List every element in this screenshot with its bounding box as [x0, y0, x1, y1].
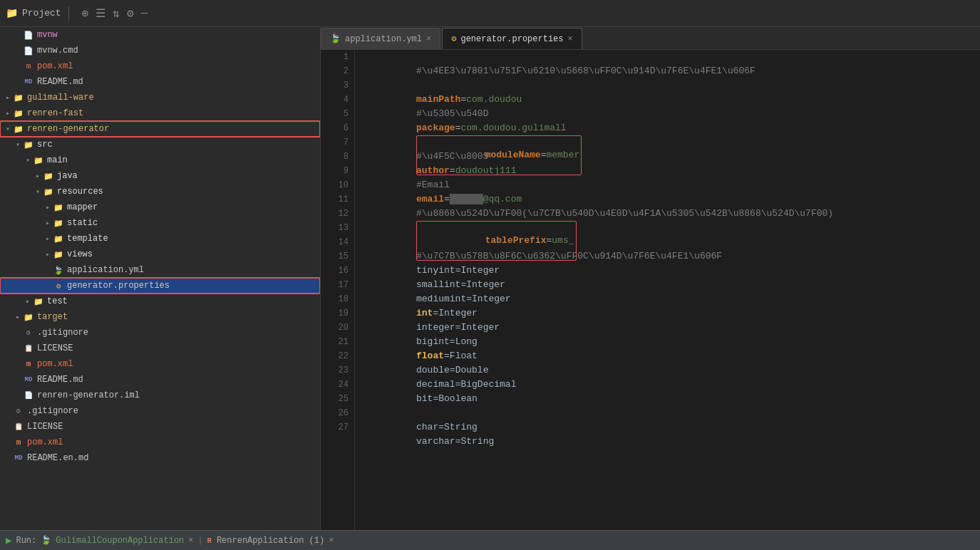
sidebar-item-renren-generator-iml[interactable]: 📄 renren-generator.iml	[0, 388, 320, 403]
file-icon-pom-rg: m	[23, 358, 34, 370]
sidebar-item-readme-root[interactable]: MD README.md	[0, 74, 320, 90]
sidebar-item-gitignore-root[interactable]: ⚙ .gitignore	[0, 403, 320, 419]
val-decimal: BigDecimal	[460, 379, 516, 390]
key-tinyint: tinyint	[416, 265, 455, 276]
sidebar-item-pom-root[interactable]: m pom.xml	[0, 58, 320, 74]
sidebar-item-renren-generator[interactable]: 📁 renren-generator	[0, 121, 320, 137]
run-close-1[interactable]: ×	[188, 536, 193, 546]
sidebar-item-views[interactable]: 📁 views	[0, 247, 320, 262]
key-char: char	[416, 422, 438, 432]
ln-14: 14	[324, 235, 349, 249]
val-email2: @qq.com	[483, 194, 522, 204]
comment-11: #\u8868\u524D\u7F00(\u7C7B\u540D\u4E0D\u…	[416, 208, 833, 219]
sidebar-item-static[interactable]: 📁 static	[0, 215, 320, 231]
sidebar-item-application-yml[interactable]: 🍃 application.yml	[0, 262, 320, 278]
run-app-2-label[interactable]: RenrenApplication (1)	[217, 536, 324, 546]
arrow-readme-en	[3, 453, 13, 463]
close-icon[interactable]: —	[141, 7, 148, 20]
sidebar-item-renren-fast[interactable]: 📁 renren-fast	[0, 105, 320, 121]
ln-24: 24	[324, 378, 349, 392]
ln-21: 21	[324, 335, 349, 349]
top-bar: 📁 Project ⊕ ☰ ⇅ ⚙ —	[0, 0, 980, 27]
key-email: email	[416, 194, 444, 204]
project-tree: 📄 mvnw 📄 mvnw.cmd m pom.xml MD README.md…	[0, 27, 321, 530]
run-icon: ▶	[6, 534, 11, 546]
tab-icon-generator-properties: ⚙	[451, 33, 456, 44]
sidebar-item-generator-properties[interactable]: ⚙ generator.properties	[0, 278, 320, 294]
sidebar-item-pom-rg[interactable]: m pom.xml	[0, 356, 320, 372]
sidebar-item-license-rg[interactable]: 📋 LICENSE	[0, 341, 320, 356]
label-pom-root: pom.xml	[37, 61, 73, 71]
sidebar-item-pom-top[interactable]: m pom.xml	[0, 435, 320, 450]
label-pom-top: pom.xml	[27, 437, 63, 447]
folder-icon-java: 📁	[43, 170, 54, 182]
label-readme-en: README.en.md	[27, 453, 88, 463]
collapse-icon[interactable]: ☰	[96, 6, 105, 21]
sidebar-item-src[interactable]: 📁 src	[0, 137, 320, 152]
sidebar-item-template[interactable]: 📁 template	[0, 231, 320, 247]
eq-10: =	[444, 194, 450, 204]
label-renren-generator: renren-generator	[27, 124, 109, 134]
folder-icon-renren-fast: 📁	[13, 108, 24, 119]
tab-application-yml[interactable]: 🍃 application.yml ×	[321, 28, 440, 49]
arrow-pom-rg	[13, 359, 23, 369]
tab-icon-application-yml: 🍃	[330, 33, 341, 44]
sidebar-item-target[interactable]: 📁 target	[0, 309, 320, 325]
run-app-icon-1: 🍃	[41, 535, 51, 546]
sidebar-item-resources[interactable]: 📁 resources	[0, 184, 320, 199]
folder-icon-resources: 📁	[43, 186, 54, 197]
sidebar-item-readme-rg[interactable]: MD README.md	[0, 372, 320, 388]
code-editor[interactable]: 1 2 3 4 5 6 7 8 9 10 11 12 13 14 15 16 1…	[321, 50, 980, 530]
ln-27: 27	[324, 420, 349, 435]
file-icon-license-rg: 📋	[23, 343, 34, 354]
key-decimal: decimal	[416, 379, 455, 390]
sidebar-item-mvnw-cmd[interactable]: 📄 mvnw.cmd	[0, 43, 320, 58]
val-package: com.doudou.gulimall	[460, 123, 566, 133]
comment-14: #\u7C7B\u578B\u8F6C\u6362\uFF0C\u914D\u7…	[416, 251, 722, 261]
arrow-readme-root	[13, 77, 23, 87]
run-divider: |	[197, 536, 202, 546]
arrow-gulimall-ware	[3, 93, 13, 103]
val-tinyint: Integer	[460, 265, 500, 276]
sidebar-item-gitignore-rg[interactable]: ⚙ .gitignore	[0, 325, 320, 341]
sidebar-item-mapper[interactable]: 📁 mapper	[0, 199, 320, 215]
sidebar-item-gulimall-ware[interactable]: 📁 gulimall-ware	[0, 90, 320, 105]
label-mvnw-cmd: mvnw.cmd	[37, 46, 78, 56]
run-app-1[interactable]: GulimallCouponApplication	[56, 536, 184, 546]
tab-label-application-yml: application.yml	[345, 34, 422, 44]
arrow-test	[23, 296, 33, 306]
key-mainpath: mainPath	[416, 94, 460, 105]
key-int: int	[416, 308, 433, 318]
scope-icon[interactable]: ⊕	[82, 6, 89, 21]
run-app-2: R RenrenApplication (1)	[207, 536, 324, 546]
tab-close-generator-properties[interactable]: ×	[568, 34, 573, 44]
tab-close-application-yml[interactable]: ×	[426, 34, 431, 44]
label-pom-rg: pom.xml	[37, 359, 73, 369]
comment-7: #\u4F5C\u8005	[416, 151, 488, 162]
sort-icon[interactable]: ⇅	[113, 6, 120, 21]
run-close-2[interactable]: ×	[329, 536, 334, 546]
ln-1: 1	[324, 50, 349, 64]
label-views: views	[67, 249, 93, 259]
label-java: java	[57, 171, 78, 181]
label-readme-root: README.md	[37, 77, 83, 87]
folder-icon-target: 📁	[23, 311, 34, 323]
folder-icon-static: 📁	[53, 217, 64, 229]
label-template: template	[67, 234, 108, 244]
key-package: package	[416, 123, 455, 133]
sidebar-item-readme-en[interactable]: MD README.en.md	[0, 450, 320, 466]
sidebar-item-main[interactable]: 📁 main	[0, 152, 320, 168]
sidebar-item-license-root[interactable]: 📋 LICENSE	[0, 419, 320, 435]
sidebar-item-test[interactable]: 📁 test	[0, 294, 320, 309]
code-content[interactable]: #\u4EE3\u7801\u751F\u6210\u5668\uFF0C\u9…	[355, 50, 980, 530]
file-icon-application-yml: 🍃	[53, 264, 64, 276]
folder-icon-views: 📁	[53, 249, 64, 260]
sidebar-item-java[interactable]: 📁 java	[0, 168, 320, 184]
key-bigint: bigint	[416, 336, 450, 347]
settings-icon[interactable]: ⚙	[127, 6, 134, 21]
tab-generator-properties[interactable]: ⚙ generator.properties ×	[442, 28, 582, 49]
eq-8: =	[450, 165, 455, 176]
sidebar-item-mvnw[interactable]: 📄 mvnw	[0, 27, 320, 43]
file-icon-readme-en: MD	[13, 452, 24, 464]
arrow-pom-root	[13, 61, 23, 71]
